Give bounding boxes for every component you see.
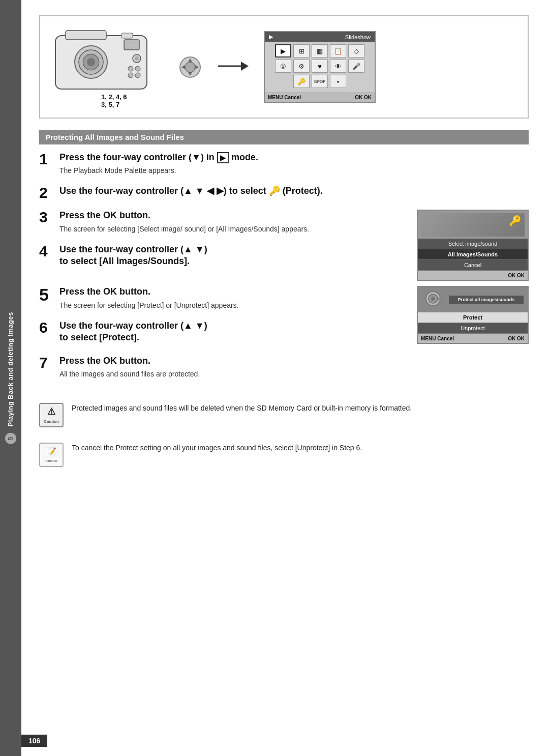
- step-content-5: Press the OK button. The screen for sele…: [59, 286, 407, 310]
- screen2-mockup: 🔑 Select image/sound All Images/Sounds C…: [417, 210, 529, 281]
- step-desc-7: All the images and sound files are prote…: [59, 369, 407, 380]
- protect-label: Protect all images/sounds: [449, 296, 524, 304]
- step-title-4: Use the four-way controller (▲ ▼)to sele…: [59, 244, 407, 268]
- step-row-3: 3 Press the OK button. The screen for se…: [39, 210, 407, 234]
- svg-point-5: [87, 58, 95, 66]
- step-5-screen: Protect all images/sounds Protect Unprot…: [417, 286, 529, 344]
- protect-all-label: Protect all images/sounds: [458, 297, 515, 302]
- main-content: 1, 2, 4, 6 3, 5, 7: [21, 0, 549, 493]
- top-illustration: 1, 2, 4, 6 3, 5, 7: [39, 15, 529, 119]
- step-title-5: Press the OK button.: [59, 286, 407, 298]
- joystick-illustration: [177, 54, 203, 80]
- step-3-screen: 🔑 Select image/sound All Images/Sounds C…: [417, 210, 529, 281]
- screen-icon-key: 🔑: [293, 75, 310, 88]
- step-title-6: Use the four-way controller (▲ ▼)to sele…: [59, 320, 407, 344]
- menu-item-all: All Images/Sounds: [418, 249, 528, 260]
- step-block-7: 7 Press the OK button. All the images an…: [39, 355, 407, 380]
- step-block-2: 2 Use the four-way controller (▲ ▼ ◀ ▶) …: [39, 185, 529, 200]
- svg-rect-25: [438, 298, 444, 300]
- step-block-3: 3 Press the OK button. The screen for se…: [39, 210, 407, 234]
- steps-3-4-area: 3 Press the OK button. The screen for se…: [39, 210, 529, 281]
- svg-point-9: [135, 56, 139, 61]
- step-row-7: 7 Press the OK button. All the images an…: [39, 355, 407, 380]
- step-number-5: 5: [39, 286, 53, 303]
- step-number-4: 4: [39, 244, 53, 259]
- step-block-4: 4 Use the four-way controller (▲ ▼)to se…: [39, 244, 407, 270]
- svg-point-10: [128, 66, 133, 71]
- step-row-2: 2 Use the four-way controller (▲ ▼ ◀ ▶) …: [39, 185, 529, 200]
- page-number: 106: [21, 735, 47, 747]
- screen-ok-label: OK OK: [355, 95, 372, 100]
- menu-item-protect: Protect: [418, 312, 528, 323]
- steps-3-4-left: 3 Press the OK button. The screen for se…: [39, 210, 407, 278]
- notices-area: ⚠ Caution Protected images and sound fil…: [39, 399, 529, 471]
- screen2-ok: OK OK: [508, 273, 525, 278]
- step-number-6: 6: [39, 320, 53, 335]
- sidebar-number: 5: [5, 433, 16, 444]
- step-content-7: Press the OK button. All the images and …: [59, 355, 407, 380]
- screen2-top: 🔑: [418, 211, 528, 239]
- sidebar-text: Playing Back and deleting Images: [7, 312, 14, 427]
- screen-row-3: 🔑 DPOF ▪: [267, 75, 373, 88]
- step-content-3: Press the OK button. The screen for sele…: [59, 210, 407, 234]
- screen2-menu: Select image/sound All Images/Sounds Can…: [418, 239, 528, 271]
- step-block-6: 6 Use the four-way controller (▲ ▼)to se…: [39, 320, 407, 346]
- screen-icon-12: ▪: [330, 75, 346, 88]
- screen-icon-4: 📋: [330, 44, 346, 57]
- menu-item-unprotect: Unprotect: [418, 323, 528, 334]
- step-title-1: Press the four-way controller (▼) in ▶ m…: [59, 152, 529, 163]
- svg-point-13: [135, 73, 140, 78]
- step-label-right: 3, 5, 7: [101, 101, 162, 108]
- step-row-1: 1 Press the four-way controller (▼) in ▶…: [39, 152, 529, 176]
- caution-notice: ⚠ Caution Protected images and sound fil…: [39, 399, 529, 431]
- section-header-text: Protecting All Images and Sound Files: [45, 133, 184, 141]
- screen-play-symbol: ▶: [269, 34, 273, 40]
- svg-rect-26: [441, 300, 443, 302]
- screen3-cancel: MENU Cancel: [421, 336, 454, 341]
- memo-text: To cancel the Protect setting on all you…: [72, 443, 362, 453]
- svg-point-24: [431, 297, 435, 301]
- step-content-4: Use the four-way controller (▲ ▼)to sele…: [59, 244, 407, 270]
- step-number-1: 1: [39, 152, 53, 167]
- step-block-1: 1 Press the four-way controller (▼) in ▶…: [39, 152, 529, 176]
- step-number-7: 7: [39, 355, 53, 370]
- svg-rect-7: [121, 33, 133, 38]
- screen-icon-9: 👁: [330, 60, 346, 73]
- step-title-2: Use the four-way controller (▲ ▼ ◀ ▶) to…: [59, 185, 529, 197]
- camera-illustration: 1, 2, 4, 6 3, 5, 7: [50, 25, 162, 108]
- steps-5-7-area: 5 Press the OK button. The screen for se…: [39, 286, 529, 389]
- screen-row-1: ▶ ⊞ ▦ 📋 ◇: [267, 44, 373, 57]
- menu-item-cancel: Cancel: [418, 260, 528, 271]
- sidebar-label: 5 Playing Back and deleting Images: [5, 312, 16, 444]
- svg-point-11: [135, 66, 140, 71]
- step-desc-5: The screen for selecting [Protect] or [U…: [59, 300, 407, 311]
- step-title-7: Press the OK button.: [59, 355, 407, 367]
- screen-icon-10: 🎤: [348, 60, 364, 73]
- svg-rect-1: [66, 31, 106, 40]
- svg-point-15: [185, 62, 195, 72]
- screen3-ok: OK OK: [508, 336, 525, 341]
- screen3-menu: Protect Unprotect: [418, 312, 528, 334]
- screen-icon-6: ①: [275, 60, 291, 73]
- key-icon: 🔑: [509, 215, 522, 227]
- screen-title-bar: ▶ Slideshow: [265, 32, 375, 42]
- step-row-6: 6 Use the four-way controller (▲ ▼)to se…: [39, 320, 407, 346]
- screen-row-2: ① ⚙ ♥ 👁 🎤: [267, 60, 373, 73]
- step-number-2: 2: [39, 185, 53, 200]
- screen-bottom-bar: MENU Cancel OK OK: [265, 93, 375, 102]
- screen3-top: Protect all images/sounds: [418, 287, 528, 312]
- arrow-right: [218, 59, 249, 75]
- screen2-bottom: OK OK: [418, 271, 528, 280]
- step-title-3: Press the OK button.: [59, 210, 407, 221]
- memo-icon: 📝 memo: [39, 443, 65, 467]
- screen-icon-2: ⊞: [293, 44, 310, 57]
- screen-icon-7: ⚙: [293, 60, 310, 73]
- sidebar: 5 Playing Back and deleting Images: [0, 0, 21, 756]
- step-row-5: 5 Press the OK button. The screen for se…: [39, 286, 407, 310]
- step-desc-1: The Playback Mode Palette appears.: [59, 165, 529, 176]
- caution-text: Protected images and sound files will be…: [72, 403, 412, 414]
- screen-icon-5: ◇: [348, 44, 364, 57]
- screen-icon-3: ▦: [312, 44, 328, 57]
- screen-cancel-label: MENU Cancel: [268, 95, 301, 100]
- screen3-bottom: MENU Cancel OK OK: [418, 334, 528, 343]
